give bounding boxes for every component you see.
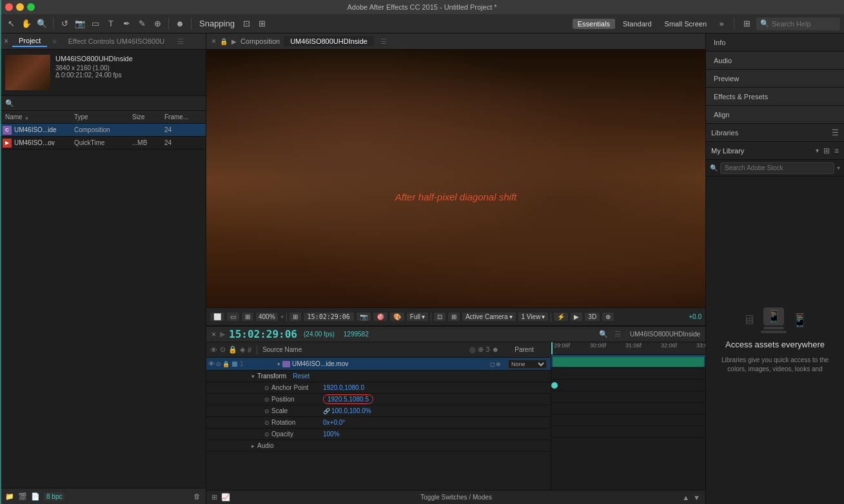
col-header-type[interactable]: Type: [74, 113, 132, 121]
anchor-value[interactable]: 1920.0,1080.0: [323, 384, 364, 391]
scale-stopwatch-icon[interactable]: ⊙: [264, 408, 270, 414]
comp-3d-btn[interactable]: 3D: [585, 313, 600, 321]
comp-region-btn[interactable]: ▭: [227, 313, 239, 321]
zoom-tool-btn[interactable]: 🔍: [35, 17, 49, 31]
audio-triangle-icon[interactable]: ▸: [251, 443, 255, 449]
tl-motion-blur-icon[interactable]: ◎: [469, 345, 476, 354]
position-value[interactable]: 1920.5,1080.5: [323, 394, 373, 404]
camera-tool-btn[interactable]: 📷: [73, 17, 87, 31]
tab-preview[interactable]: Preview: [706, 70, 844, 88]
panel-close-icon[interactable]: ×: [4, 37, 8, 46]
comp-camera-icon[interactable]: 📷: [357, 313, 371, 321]
rotation-stopwatch-icon[interactable]: ⊙: [264, 420, 270, 426]
tl-bottom-graph-btn[interactable]: 📈: [221, 493, 230, 501]
brush-tool-btn[interactable]: ✎: [135, 17, 149, 31]
snapping-opt[interactable]: ⊞: [255, 17, 270, 31]
layer-eye-icon[interactable]: 👁: [208, 360, 215, 367]
scale-link-icon[interactable]: 🔗: [323, 408, 330, 414]
help-search-area[interactable]: 🔍: [756, 17, 840, 30]
comp-tab-main[interactable]: UM46ISO800UHDInside: [284, 36, 374, 46]
comp-view-options[interactable]: ⊡: [434, 313, 446, 321]
comp-close-icon[interactable]: ×: [211, 37, 216, 46]
layer-solo-icon[interactable]: ⊙: [216, 361, 221, 367]
comp-motion-icon[interactable]: 🎯: [373, 313, 388, 321]
rotation-value[interactable]: 0x+0.0°: [323, 419, 345, 426]
color-settings-icon[interactable]: 🗑: [193, 492, 201, 500]
workspace-small-screen[interactable]: Small Screen: [660, 19, 712, 29]
sync-btn[interactable]: ⊞: [740, 17, 754, 31]
project-search-bar[interactable]: 🔍: [0, 95, 206, 111]
comp-render-btn[interactable]: ▶: [571, 313, 582, 321]
close-button[interactable]: [5, 3, 13, 11]
timeline-settings-icon[interactable]: ☰: [614, 330, 621, 338]
help-search-input[interactable]: [772, 20, 836, 28]
new-folder-icon[interactable]: 📁: [5, 492, 14, 501]
workspace-essentials[interactable]: Essentials: [573, 19, 615, 29]
new-footage-icon[interactable]: 📄: [31, 492, 40, 501]
position-keyframe[interactable]: [551, 382, 558, 389]
audio-row[interactable]: ▸ Audio: [206, 440, 551, 452]
transform-reset-btn[interactable]: Reset: [293, 373, 309, 380]
tl-solo-icon[interactable]: ⊙: [220, 345, 226, 354]
tab-audio[interactable]: Audio: [706, 52, 844, 70]
window-controls[interactable]: [5, 3, 35, 11]
comp-timecode[interactable]: 15:02:29:06: [304, 313, 354, 321]
search-stock-input[interactable]: [720, 162, 834, 174]
tl-eye-icon[interactable]: 👁: [210, 346, 217, 354]
stock-search-chevron-icon[interactable]: ▾: [837, 164, 840, 171]
timeline-close-icon[interactable]: ×: [211, 330, 216, 339]
project-search-input[interactable]: [14, 99, 201, 107]
stamp-tool-btn[interactable]: ⊕: [150, 17, 164, 31]
comp-color-icon[interactable]: 🎨: [390, 313, 404, 321]
comp-always-preview-btn[interactable]: ⬜: [210, 313, 224, 321]
tab-effects-presets[interactable]: Effects & Presets: [706, 88, 844, 106]
timeline-timecode[interactable]: 15:02:29:06: [229, 328, 297, 340]
new-comp-icon[interactable]: 🎬: [18, 492, 27, 501]
col-header-name[interactable]: Name ▲: [3, 113, 74, 121]
comp-view-count-dropdown[interactable]: 1 View ▾: [518, 313, 549, 321]
snapping-btn[interactable]: Snapping: [195, 17, 239, 31]
transform-header[interactable]: ▾ Transform Reset: [206, 371, 551, 382]
layer-parent-select[interactable]: None: [508, 360, 547, 369]
project-item-1[interactable]: ▶ UM46ISO...ov QuickTime ...MB 24: [0, 137, 206, 150]
layer-effects-check[interactable]: ⊕: [496, 361, 501, 367]
layer-expand-icon[interactable]: ▾: [277, 361, 280, 367]
comp-transparency-btn[interactable]: ⊞: [242, 313, 253, 321]
comp-grid-btn[interactable]: ⊞: [448, 313, 460, 321]
library-down-chevron-icon[interactable]: ▾: [816, 147, 819, 154]
tl-3d-icon[interactable]: 3: [486, 345, 489, 354]
tl-bottom-collapse-btn[interactable]: ▼: [693, 494, 700, 501]
tl-lock-icon[interactable]: 🔒: [228, 345, 237, 354]
comp-fast-preview-btn[interactable]: ⚡: [554, 313, 568, 321]
comp-resolution-icon[interactable]: ⊞: [290, 313, 301, 321]
comp-camera-dropdown[interactable]: Active Camera ▾: [462, 313, 516, 321]
workspace-standard[interactable]: Standard: [618, 19, 657, 29]
layer-track-0[interactable]: [551, 355, 705, 368]
comp-snap-btn[interactable]: ⊕: [602, 313, 614, 321]
puppet-tool-btn[interactable]: ☻: [173, 17, 187, 31]
tl-num-icon[interactable]: #: [248, 346, 251, 354]
comp-magnification[interactable]: 400%: [256, 313, 278, 321]
comp-menu-icon[interactable]: ☰: [380, 37, 387, 46]
tab-align[interactable]: Align: [706, 106, 844, 124]
library-grid-icon[interactable]: ⊞: [823, 146, 830, 155]
opacity-stopwatch-icon[interactable]: ⊙: [264, 431, 270, 438]
comp-quality-dropdown[interactable]: Full ▾: [407, 313, 428, 321]
workspace-more-btn[interactable]: »: [714, 17, 729, 31]
tl-label-icon[interactable]: ◈: [240, 345, 245, 354]
bpc-badge[interactable]: 8 bpc: [44, 492, 64, 501]
rotate-tool-btn[interactable]: ↺: [57, 17, 72, 31]
hand-tool-btn[interactable]: ✋: [19, 17, 34, 31]
position-stopwatch-icon[interactable]: ⊙: [264, 396, 270, 403]
anchor-stopwatch-icon[interactable]: ⊙: [264, 385, 270, 391]
tab-effect-controls[interactable]: Effect Controls UM46ISO800U: [62, 36, 172, 46]
tl-shy-icon[interactable]: ☻: [491, 345, 499, 354]
mag-chevron-icon[interactable]: ▾: [280, 313, 284, 320]
tab-project[interactable]: Project: [12, 35, 47, 47]
opacity-value[interactable]: 100%: [323, 431, 340, 438]
toggle-switches-label[interactable]: Toggle Switches / Modes: [234, 494, 678, 501]
layer-motion-blur-check[interactable]: ◻: [490, 361, 495, 367]
tab-info[interactable]: Info: [706, 34, 844, 52]
timeline-search-icon[interactable]: 🔍: [599, 330, 608, 338]
text-tool-btn[interactable]: T: [104, 17, 118, 31]
